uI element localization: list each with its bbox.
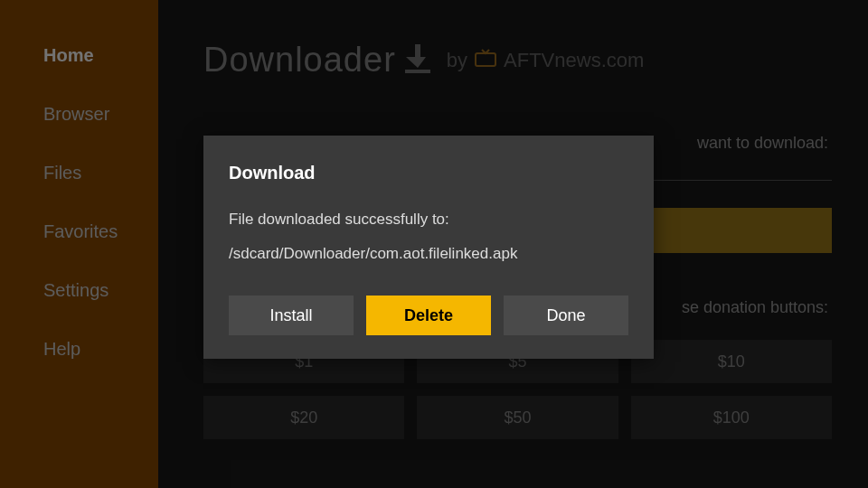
modal-message: File downloaded successfully to: [229, 211, 628, 229]
modal-buttons: Install Delete Done [229, 296, 628, 335]
download-modal: Download File downloaded successfully to… [203, 136, 654, 359]
modal-title: Download [229, 163, 628, 183]
delete-button[interactable]: Delete [366, 296, 491, 335]
install-button[interactable]: Install [229, 296, 354, 335]
done-button[interactable]: Done [504, 296, 628, 335]
modal-file-path: /sdcard/Downloader/com.aot.filelinked.ap… [229, 245, 628, 263]
